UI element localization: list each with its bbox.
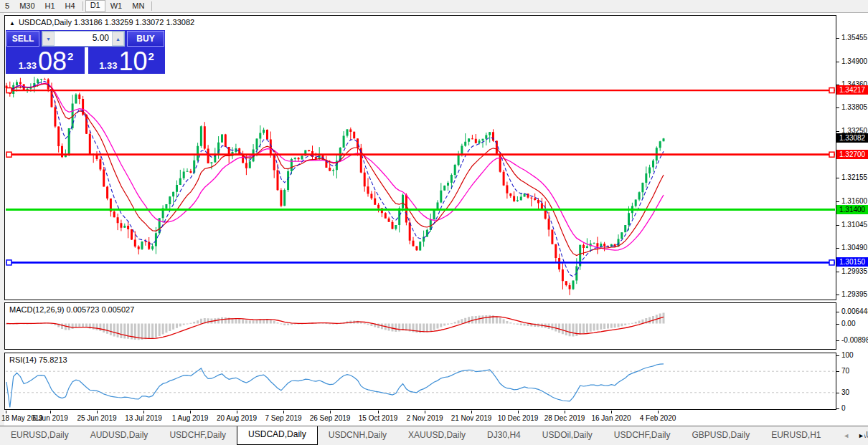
price-line-badge: 1.32700 <box>836 150 868 159</box>
tab-item-usdchf-daily[interactable]: USDCHF,Daily <box>159 426 237 445</box>
macd-axis-label: -0.008982 <box>841 336 868 344</box>
timeframe-button-h4[interactable]: H4 <box>60 0 80 12</box>
date-tick-mark <box>565 411 565 413</box>
mt4-window: 5M30H1H4D1W1MN ▲USDCAD,Daily 1.33186 1.3… <box>0 0 868 445</box>
timeframe-button-w1[interactable]: W1 <box>105 0 128 12</box>
volume-down-icon: ▼ <box>46 37 51 42</box>
date-label: 15 Oct 2019 <box>359 414 397 422</box>
date-label: 6 Jun 2019 <box>32 414 68 422</box>
macd-axis-label: 0.006448 <box>841 307 868 315</box>
rsi-tick-mark <box>836 355 839 356</box>
tab-item-usdcad-daily[interactable]: USDCAD,Daily <box>237 426 318 445</box>
date-tick-mark <box>50 411 51 413</box>
chart-title: ▲USDCAD,Daily 1.33186 1.33259 1.33072 1.… <box>9 18 194 27</box>
price-tick-mark <box>836 201 839 202</box>
price-tick-label: 1.32155 <box>841 173 867 181</box>
tab-item-eurusd-h1[interactable]: EURUSD,H1 <box>760 426 831 445</box>
date-tick-mark <box>378 411 379 413</box>
date-label: 4 Feb 2020 <box>640 414 676 422</box>
date-tick-mark <box>237 411 237 413</box>
timeframe-button-d1[interactable]: D1 <box>85 0 105 12</box>
tab-item-gbpusd-daily[interactable]: GBPUSD,Daily <box>681 426 761 445</box>
tab-scroll-left-button[interactable]: ◄ <box>843 432 849 439</box>
timeframe-button-mn[interactable]: MN <box>127 0 149 12</box>
volume-up-icon: ▲ <box>115 37 121 42</box>
rsi-axis-label: 30 <box>841 388 849 396</box>
timeframe-button-m30[interactable]: M30 <box>14 0 39 12</box>
date-tick-mark <box>283 411 284 413</box>
tab-item-eurusd-daily[interactable]: EURUSD,Daily <box>0 426 80 445</box>
date-label: 20 Aug 2019 <box>217 414 257 422</box>
price-tick-label: 1.29395 <box>841 290 867 298</box>
date-tick-mark <box>658 411 659 413</box>
price-tick-label: 1.33805 <box>841 103 867 111</box>
collapse-icon[interactable]: ▲ <box>9 20 15 27</box>
macd-label: MACD(12,26,9) 0.005723 0.005027 <box>9 305 134 314</box>
chart-ohlc-values: 1.33186 1.33259 1.33072 1.33082 <box>74 18 194 27</box>
symbol-tabs: EURUSD,DailyAUDUSD,DailyUSDCHF,DailyUSDC… <box>0 426 868 445</box>
rsi-panel[interactable] <box>4 353 836 410</box>
bid-price-prefix: 1.33 <box>19 59 37 73</box>
buy-button[interactable]: BUY <box>127 31 164 47</box>
ask-price-sup: 2 <box>148 50 154 62</box>
volume-increase-button[interactable]: ▲ <box>112 32 124 46</box>
price-line-badge: 1.34217 <box>836 85 868 95</box>
date-label: 25 Jun 2019 <box>77 414 116 422</box>
timeframe-button-5[interactable]: 5 <box>0 0 14 12</box>
volume-input[interactable]: 5.00 <box>55 32 112 46</box>
price-tick-mark <box>836 131 839 132</box>
rsi-tick-mark <box>836 393 839 393</box>
tab-item-dj30-h4[interactable]: DJ30,H4 <box>476 426 532 445</box>
price-line-badge: 1.33082 <box>836 133 868 143</box>
volume-control: ▼ 5.00 ▲ <box>42 31 125 47</box>
date-label: 21 Nov 2019 <box>451 414 492 422</box>
tab-item-usdoil-daily[interactable]: USDOil,Daily <box>532 426 603 445</box>
macd-tick-mark <box>836 340 839 341</box>
volume-decrease-button[interactable]: ▼ <box>42 32 55 46</box>
rsi-tick-mark <box>836 371 839 372</box>
price-tick-label: 1.30490 <box>841 244 867 252</box>
tab-scroll-buttons: ◄► <box>837 426 864 445</box>
date-tick-mark <box>425 411 425 413</box>
tab-scroll-right-button[interactable]: ► <box>858 432 864 439</box>
date-label: 10 Dec 2019 <box>498 414 539 422</box>
date-tick-mark <box>97 411 98 413</box>
price-tick-mark <box>836 178 839 178</box>
date-label: 13 Jul 2019 <box>125 414 162 422</box>
price-tick-label: 1.34900 <box>841 57 867 65</box>
timeframe-toolbar: 5M30H1H4D1W1MN <box>0 0 868 13</box>
ask-price[interactable]: 1.33102 <box>88 47 164 74</box>
tab-item-xauusd-daily[interactable]: XAUUSD,Daily <box>397 426 476 445</box>
date-tick-mark <box>143 411 144 413</box>
macd-tick-mark <box>836 312 839 312</box>
macd-axis-label: 0.00 <box>841 320 855 327</box>
date-label: 2 Nov 2019 <box>406 414 443 422</box>
sell-button[interactable]: SELL <box>6 31 39 47</box>
rsi-axis-label: 0 <box>841 404 846 412</box>
price-tick-mark <box>836 62 839 62</box>
tab-item-audusd-daily[interactable]: AUDUSD,Daily <box>80 426 159 445</box>
price-tick-mark <box>836 225 839 226</box>
tab-item-usdchf-daily[interactable]: USDCHF,Daily <box>603 426 681 445</box>
ask-price-big: 10 <box>118 50 147 73</box>
timeframe-button-h1[interactable]: H1 <box>40 0 60 12</box>
date-tick-mark <box>471 411 472 413</box>
bid-price-big: 08 <box>38 50 67 73</box>
price-tick-label: 1.29935 <box>841 267 867 275</box>
bid-price[interactable]: 1.33082 <box>6 47 85 74</box>
toolbar-separator <box>82 1 83 11</box>
tab-item-usdcnh-daily[interactable]: USDCNH,Daily <box>318 426 397 445</box>
price-tick-mark <box>836 38 839 39</box>
date-tick-mark <box>611 411 612 413</box>
date-label: 28 Dec 2019 <box>544 414 585 422</box>
date-tick-mark <box>190 411 191 413</box>
rsi-axis-label: 70 <box>841 367 849 375</box>
date-label: 7 Sep 2019 <box>265 414 301 422</box>
price-tick-label: 1.31045 <box>841 221 867 229</box>
rsi-label: RSI(14) 75.8213 <box>9 355 67 364</box>
ask-price-prefix: 1.33 <box>99 59 117 73</box>
toolbar-separator <box>151 1 152 11</box>
date-label: 16 Jan 2020 <box>591 414 631 422</box>
rsi-axis-label: 100 <box>841 351 854 359</box>
date-label: 1 Aug 2019 <box>172 414 209 422</box>
